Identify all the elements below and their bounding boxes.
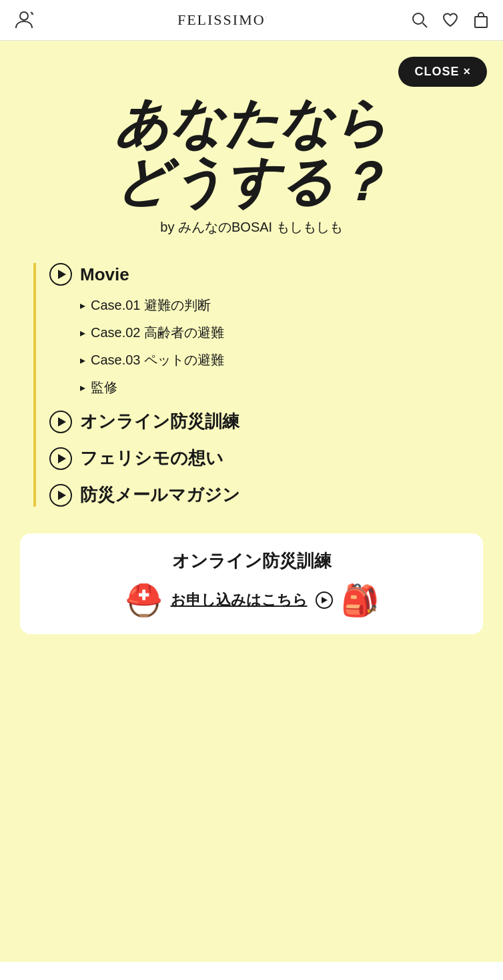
main-content: CLOSE × あなたなら どうする？ by みんなのBOSAI もしもしも M… bbox=[0, 41, 503, 962]
header-icons bbox=[411, 11, 490, 29]
bottom-card: オンライン防災訓練 ⛑️ お申し込みはこちら 🎒 bbox=[20, 533, 483, 634]
cart-button[interactable] bbox=[472, 11, 490, 29]
site-logo[interactable]: FELISSIMO· bbox=[177, 11, 268, 29]
nav-sub-item-case03[interactable]: Case.03 ペットの避難 bbox=[80, 351, 483, 369]
close-button[interactable]: CLOSE × bbox=[398, 57, 487, 87]
bottom-card-play-icon bbox=[316, 591, 333, 609]
bag-icon: 🎒 bbox=[341, 582, 379, 618]
svg-point-3 bbox=[413, 13, 424, 24]
helmet-icon: ⛑️ bbox=[125, 582, 163, 618]
bottom-card-link-text: お申し込みはこちら bbox=[171, 590, 308, 610]
wishlist-button[interactable] bbox=[442, 11, 459, 29]
nav-sub-item-case02[interactable]: Case.02 高齢者の避難 bbox=[80, 324, 483, 342]
nav-sub-list: Case.01 避難の判断 Case.02 高齢者の避難 Case.03 ペット… bbox=[80, 296, 483, 397]
mail-magazine-label: 防災メールマガジン bbox=[80, 483, 240, 507]
bottom-card-link[interactable]: ⛑️ お申し込みはこちら 🎒 bbox=[39, 582, 464, 618]
header-left bbox=[13, 9, 35, 31]
hero-subtitle: by みんなのBOSAI もしもしも bbox=[20, 218, 483, 236]
hero-title-line1: あなたなら bbox=[20, 94, 483, 153]
online-bosai-play-icon bbox=[49, 411, 72, 433]
svg-line-4 bbox=[423, 23, 428, 28]
mail-magazine-play-icon bbox=[49, 484, 72, 507]
nav-item-mail-magazine[interactable]: 防災メールマガジン bbox=[49, 483, 483, 507]
nav-menu: Movie Case.01 避難の判断 Case.02 高齢者の避難 Case.… bbox=[33, 263, 483, 507]
felissimo-play-icon bbox=[49, 447, 72, 470]
nav-item-movie[interactable]: Movie bbox=[49, 263, 483, 286]
nav-sub-item-supervision[interactable]: 監修 bbox=[80, 379, 483, 397]
felissimo-label: フェリシモの想い bbox=[80, 447, 223, 470]
logo-dot: · bbox=[266, 13, 269, 21]
online-bosai-label: オンライン防災訓練 bbox=[80, 410, 239, 433]
svg-point-0 bbox=[20, 12, 28, 20]
nav-item-online-bosai[interactable]: オンライン防災訓練 bbox=[49, 410, 483, 433]
site-header: FELISSIMO· bbox=[0, 0, 503, 41]
svg-rect-5 bbox=[475, 17, 487, 27]
hero-title-line2: どうする？ bbox=[20, 153, 483, 212]
hero-title: あなたなら どうする？ bbox=[20, 94, 483, 212]
nav-sub-item-case01[interactable]: Case.01 避難の判断 bbox=[80, 296, 483, 314]
account-button[interactable] bbox=[13, 9, 35, 31]
nav-item-felissimo[interactable]: フェリシモの想い bbox=[49, 447, 483, 470]
bottom-card-title: オンライン防災訓練 bbox=[39, 549, 464, 573]
search-button[interactable] bbox=[411, 11, 428, 29]
movie-play-icon bbox=[49, 263, 72, 286]
movie-label: Movie bbox=[80, 264, 129, 285]
